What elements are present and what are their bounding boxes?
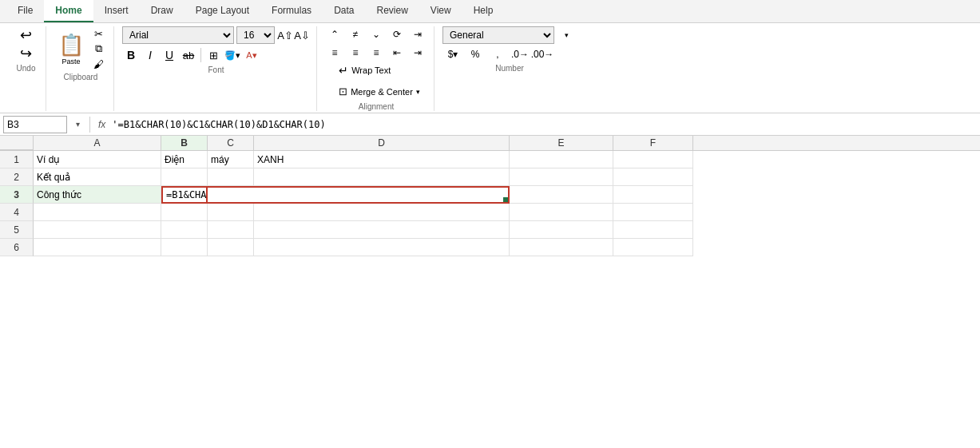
font-size-select[interactable]: 16 (236, 26, 275, 44)
cell-a6[interactable] (34, 239, 161, 256)
cell-d3[interactable] (254, 186, 510, 204)
row-header-2[interactable]: 2 (0, 168, 34, 186)
cell-a1[interactable]: Ví dụ (34, 151, 161, 168)
cell-a5[interactable] (34, 221, 161, 239)
bold-button[interactable]: B (122, 46, 140, 64)
currency-button[interactable]: $▾ (442, 46, 463, 62)
formula-input[interactable] (112, 116, 977, 133)
copy-button[interactable]: ⧉ (89, 42, 107, 56)
tab-home[interactable]: Home (44, 0, 93, 22)
underline-button[interactable]: U (161, 46, 178, 64)
strikethrough-button[interactable]: ab (180, 46, 197, 64)
cell-e6[interactable] (510, 239, 613, 256)
cell-d1[interactable]: XANH (254, 151, 510, 168)
cell-f4[interactable] (613, 204, 693, 221)
format-painter-button[interactable]: 🖌 (89, 57, 107, 71)
cut-button[interactable]: ✂ (89, 26, 107, 41)
cell-d5[interactable] (254, 221, 510, 239)
cell-ref-dropdown[interactable]: ▾ (70, 120, 85, 129)
col-header-b[interactable]: B (161, 136, 208, 150)
align-top-button[interactable]: ⌃ (325, 26, 344, 42)
cell-d2[interactable] (254, 168, 510, 186)
tab-help[interactable]: Help (462, 0, 505, 22)
col-header-d[interactable]: D (254, 136, 510, 150)
formula-display: =B1&CHAR(10)&C1&CHAR(10)&D1&CHAR(10) (166, 189, 208, 200)
cell-e2[interactable] (510, 168, 613, 186)
cell-d6[interactable] (254, 239, 510, 256)
row-header-6[interactable]: 6 (0, 239, 34, 256)
number-format-dropdown[interactable]: ▾ (556, 27, 577, 43)
row-header-3[interactable]: 3 (0, 186, 34, 204)
cell-b4[interactable] (161, 204, 208, 221)
tab-insert[interactable]: Insert (93, 0, 140, 22)
align-bottom-button[interactable]: ⌄ (367, 26, 386, 42)
cell-a4[interactable] (34, 204, 161, 221)
cell-a3[interactable]: Công thức (34, 186, 161, 204)
merge-center-button[interactable]: ⊡ Merge & Center ▾ (331, 82, 427, 101)
col-header-f[interactable]: F (613, 136, 693, 150)
cell-e5[interactable] (510, 221, 613, 239)
cell-b3[interactable]: =B1&CHAR(10)&C1&CHAR(10)&D1&CHAR(10) (161, 186, 208, 204)
cell-f6[interactable] (613, 239, 693, 256)
cell-e1[interactable] (510, 151, 613, 168)
row-header-1[interactable]: 1 (0, 151, 34, 168)
wrap-text-button[interactable]: ↵ Wrap Text (331, 61, 427, 80)
fill-color-dropdown[interactable]: 🪣▾ (224, 46, 241, 64)
orientation-button[interactable]: ⟳ (387, 26, 407, 42)
paste-button[interactable]: 📋 Paste (54, 26, 88, 71)
row-header-4[interactable]: 4 (0, 204, 34, 221)
cell-f3[interactable] (613, 186, 693, 204)
cell-f5[interactable] (613, 221, 693, 239)
row-header-5[interactable]: 5 (0, 221, 34, 239)
tab-review[interactable]: Review (365, 0, 419, 22)
cell-b2[interactable] (161, 168, 208, 186)
increase-font-size-button[interactable]: A⇧ (277, 26, 293, 44)
tab-file[interactable]: File (6, 0, 44, 22)
col-header-a[interactable]: A (34, 136, 161, 150)
cell-c2[interactable] (208, 168, 254, 186)
cell-b1[interactable]: Điện (161, 151, 208, 168)
cell-d4[interactable] (254, 204, 510, 221)
cell-c6[interactable] (208, 239, 254, 256)
redo-button[interactable]: ↪ (15, 45, 38, 62)
font-name-select[interactable]: Arial (122, 26, 234, 44)
increase-decimal-button[interactable]: .00→ (532, 46, 553, 62)
tab-formulas[interactable]: Formulas (260, 0, 323, 22)
align-center-button[interactable]: ≡ (346, 45, 365, 61)
cell-c4[interactable] (208, 204, 254, 221)
col-header-e[interactable]: E (510, 136, 613, 150)
cell-e4[interactable] (510, 204, 613, 221)
col-header-c[interactable]: C (208, 136, 254, 150)
cell-c3[interactable] (208, 186, 254, 204)
font-separator (200, 48, 201, 62)
decrease-decimal-button[interactable]: .0→ (510, 46, 530, 62)
number-format-select[interactable]: General (442, 26, 554, 44)
font-color-dropdown[interactable]: A▾ (243, 46, 260, 64)
tab-draw[interactable]: Draw (140, 0, 184, 22)
cell-f2[interactable] (613, 168, 693, 186)
decrease-indent-button[interactable]: ⇤ (387, 45, 407, 61)
cell-reference-box[interactable]: B3 (3, 116, 67, 133)
cell-e3[interactable] (510, 186, 613, 204)
tab-data[interactable]: Data (323, 0, 365, 22)
cell-c1[interactable]: máy (208, 151, 254, 168)
align-left-button[interactable]: ≡ (325, 45, 344, 61)
align-right-button[interactable]: ≡ (367, 45, 386, 61)
tab-view[interactable]: View (419, 0, 462, 22)
cell-b6[interactable] (161, 239, 208, 256)
cell-a2[interactable]: Kết quả (34, 168, 161, 186)
decrease-font-size-button[interactable]: A⇩ (294, 26, 310, 44)
borders-button[interactable]: ⊞ (204, 46, 222, 64)
undo-button[interactable]: ↩ (15, 26, 38, 44)
cell-b5[interactable] (161, 221, 208, 239)
indent-increase-button[interactable]: ⇥ (408, 26, 427, 42)
cell-c5[interactable] (208, 221, 254, 239)
percent-button[interactable]: % (465, 46, 486, 62)
comma-button[interactable]: , (487, 46, 508, 62)
cell-f1[interactable] (613, 151, 693, 168)
align-middle-button[interactable]: ≠ (346, 26, 365, 42)
tab-page-layout[interactable]: Page Layout (184, 0, 260, 22)
increase-indent-button[interactable]: ⇥ (408, 45, 427, 61)
italic-button[interactable]: I (141, 46, 159, 64)
table-row: 2 Kết quả (0, 168, 980, 186)
